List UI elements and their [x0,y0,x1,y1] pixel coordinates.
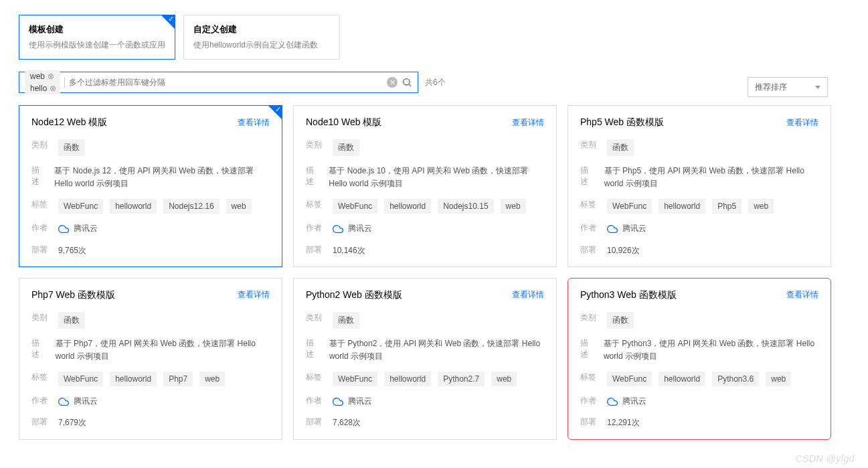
view-detail-link[interactable]: 查看详情 [238,117,270,129]
label-tags: 标签 [306,199,323,210]
card-deploy: 10,926次 [607,244,640,257]
cloud-icon [333,396,343,407]
search-input[interactable] [69,78,383,87]
check-icon [268,105,282,120]
tag-badge: Nodejs10.15 [438,199,493,214]
tag-badge: WebFunc [607,372,652,386]
card-deploy: 7,628次 [333,416,361,429]
tag-badge: web [491,372,517,386]
card-deploy: 10,146次 [333,244,365,257]
card-desc: 基于 Python2，使用 API 网关和 Web 函数，快速部署 Hello … [329,337,544,363]
label-author: 作者 [580,395,598,406]
cloud-icon [333,224,343,234]
label-deploy: 部署 [580,416,598,428]
card-author: 腾讯云 [607,395,646,408]
label-deploy: 部署 [306,416,323,428]
create-tab-desc: 使用helloworld示例自定义创建函数 [193,40,330,51]
template-card[interactable]: Node10 Web 模版查看详情类别函数描述基于 Node.js 10，使用 … [293,105,557,267]
label-author: 作者 [306,222,323,234]
tag-badge: Python3.6 [712,372,759,386]
label-author: 作者 [31,222,49,234]
card-desc: 基于 Node.js 10，使用 API 网关和 Web 函数，快速部署 Hel… [329,165,544,190]
card-deploy: 7,679次 [58,416,86,429]
label-desc: 描述 [306,337,320,360]
card-author: 腾讯云 [333,222,372,235]
tag-badge: web [501,199,526,214]
card-title: Node10 Web 模版 [306,116,381,129]
tag-badge: Nodejs12.16 [163,199,219,214]
type-badge: 函数 [58,312,85,329]
tag-badge: WebFunc [607,199,652,214]
view-detail-link[interactable]: 查看详情 [238,289,270,301]
filter-tag[interactable]: hello ⊗ [25,82,60,94]
label-author: 作者 [580,222,598,234]
create-mode-tabs: 模板创建使用示例模版快速创建一个函数或应用自定义创建使用helloworld示例… [19,15,868,60]
create-tab-1[interactable]: 自定义创建使用helloworld示例自定义创建函数 [183,15,340,60]
tag-badge: Php5 [712,199,742,214]
card-author: 腾讯云 [607,222,646,235]
label-deploy: 部署 [31,244,49,256]
label-desc: 描述 [31,165,45,187]
tag-badge: WebFunc [58,199,103,214]
template-card[interactable]: Php5 Web 函数模版查看详情类别函数描述基于 Php5，使用 API 网关… [568,105,831,267]
sort-label: 推荐排序 [755,82,787,93]
card-author: 腾讯云 [333,395,372,408]
label-type: 类别 [306,139,323,151]
view-detail-link[interactable]: 查看详情 [786,289,818,301]
create-tab-desc: 使用示例模版快速创建一个函数或应用 [29,40,165,51]
tag-badge: Python2.7 [438,372,485,386]
filter-tag[interactable]: web ⊗ [25,70,60,82]
label-type: 类别 [580,312,598,323]
card-desc: 基于 Php5，使用 API 网关和 Web 函数，快速部署 Hello wor… [604,165,818,190]
card-deploy: 12,291次 [607,416,640,429]
card-desc: 基于 Python3，使用 API 网关和 Web 函数，快速部署 Hello … [604,337,818,363]
card-desc: 基于 Php7，使用 API 网关和 Web 函数，快速部署 Hello wor… [56,337,270,363]
cloud-icon [58,224,69,234]
tag-remove-icon[interactable]: ⊗ [50,84,56,93]
card-desc: 基于 Node.js 12，使用 API 网关和 Web 函数，快速部署 Hel… [54,165,270,190]
tag-badge: web [226,199,252,214]
tag-badge: helloworld [110,372,157,386]
type-badge: 函数 [333,139,359,156]
tag-badge: web [766,372,791,386]
template-card[interactable]: Node12 Web 模版查看详情类别函数描述基于 Node.js 12，使用 … [19,105,282,267]
tag-badge: Php7 [163,372,193,386]
label-deploy: 部署 [580,244,598,256]
sort-select[interactable]: 推荐排序 [748,77,828,97]
result-count: 共6个 [425,77,446,88]
svg-point-0 [404,79,410,85]
clear-icon[interactable]: ✕ [387,77,398,88]
label-tags: 标签 [580,372,598,383]
tag-badge: WebFunc [58,372,103,386]
card-author: 腾讯云 [58,222,98,235]
template-card[interactable]: Python3 Web 函数模版查看详情类别函数描述基于 Python3，使用 … [568,278,831,440]
label-type: 类别 [306,312,323,323]
template-card[interactable]: Php7 Web 函数模版查看详情类别函数描述基于 Php7，使用 API 网关… [19,278,282,440]
type-badge: 函数 [58,139,85,156]
label-type: 类别 [31,312,49,323]
create-tab-0[interactable]: 模板创建使用示例模版快速创建一个函数或应用 [19,15,175,60]
view-detail-link[interactable]: 查看详情 [512,117,544,129]
search-box[interactable]: web ⊗ hello ⊗ ✕ [19,72,418,93]
type-badge: 函数 [607,139,634,156]
cloud-icon [58,396,69,407]
card-title: Python2 Web 函数模版 [306,289,402,301]
label-tags: 标签 [580,199,598,210]
search-icon[interactable] [402,77,412,88]
tag-badge: web [748,199,774,214]
tag-remove-icon[interactable]: ⊗ [48,72,54,81]
label-author: 作者 [306,395,323,406]
template-card[interactable]: Python2 Web 函数模版查看详情类别函数描述基于 Python2，使用 … [293,278,557,440]
view-detail-link[interactable]: 查看详情 [786,117,818,129]
check-icon [161,15,175,29]
view-detail-link[interactable]: 查看详情 [512,289,544,301]
watermark: CSDN @ylgd [796,453,855,464]
label-desc: 描述 [580,165,595,187]
tag-badge: helloworld [384,199,431,214]
tag-badge: helloworld [659,372,705,386]
chevron-down-icon [815,86,820,89]
svg-line-1 [409,84,411,86]
label-type: 类别 [31,139,49,151]
label-tags: 标签 [31,372,49,383]
label-type: 类别 [580,139,598,151]
